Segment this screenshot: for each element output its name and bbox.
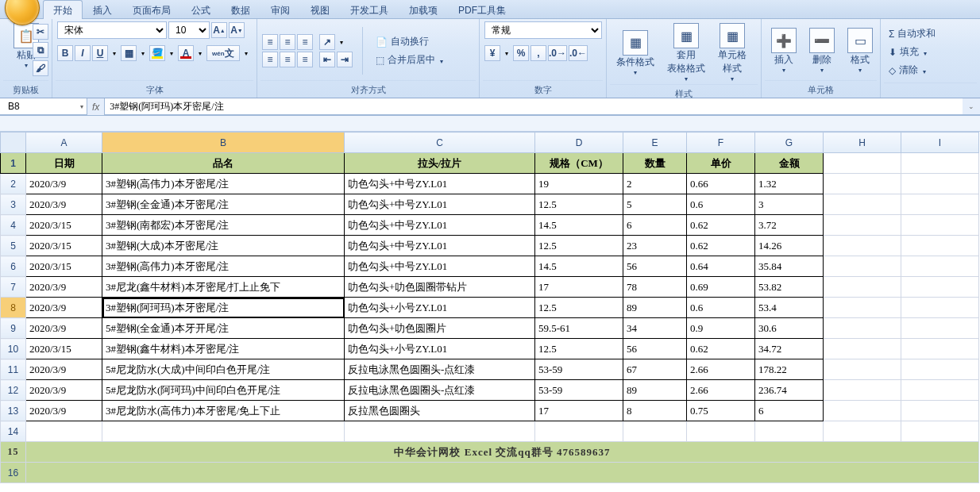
empty-cell[interactable] [345,421,535,442]
data-cell[interactable]: 2020/3/15 [26,339,102,359]
shrink-font-button[interactable]: A▼ [229,22,245,38]
currency-button[interactable]: ¥ [484,45,500,61]
row-header[interactable]: 6 [1,256,26,277]
fx-icon[interactable]: fx [92,102,99,113]
data-cell[interactable] [824,298,901,318]
data-cell[interactable]: 反拉黑色圆圈头 [345,401,535,421]
column-header-f[interactable]: F [687,133,755,153]
row-header[interactable]: 13 [1,401,26,421]
data-cell[interactable]: 3#塑钢(鑫牛材料)本牙密尾/注 [102,339,345,359]
formula-bar[interactable]: 3#塑钢(阿珂玛)本牙密尾/注 [104,98,963,115]
data-cell[interactable]: 3#塑钢(阿珂玛)本牙密尾/注 [102,298,345,318]
data-cell[interactable] [824,194,901,215]
data-cell[interactable]: 12.5 [535,194,623,215]
data-cell[interactable]: 2 [623,174,687,194]
row-header[interactable]: 9 [1,318,26,339]
data-cell[interactable]: 叻色勾头+叻色圆圈片 [345,318,535,339]
italic-button[interactable]: I [75,45,91,61]
autosum-button[interactable]: Σ 自动求和 [885,25,939,42]
data-cell[interactable]: 89 [623,298,687,318]
font-name-select[interactable]: 宋体 [57,21,167,39]
format-painter-button[interactable]: 🖌 [33,60,48,76]
tab-page-layout[interactable]: 页面布局 [122,0,181,18]
data-cell[interactable]: 2.66 [687,380,755,401]
wrap-text-button[interactable]: 📄 自动换行 [372,33,446,50]
chevron-down-icon[interactable]: ▾ [337,39,346,46]
data-cell[interactable]: 3#塑钢(全金通)本牙密尾/注 [102,194,345,215]
empty-cell[interactable] [824,421,901,442]
data-cell[interactable]: 35.84 [755,256,824,277]
header-cell[interactable]: 数量 [623,153,687,174]
data-cell[interactable] [824,174,901,194]
data-cell[interactable] [901,359,979,380]
tab-addins[interactable]: 加载项 [399,0,448,18]
data-cell[interactable]: 0.6 [687,194,755,215]
data-cell[interactable]: 2020/3/9 [26,401,102,421]
data-cell[interactable]: 反拉电泳黑色圆圈头-点红漆 [345,359,535,380]
data-cell[interactable] [901,174,979,194]
data-cell[interactable]: 67 [623,359,687,380]
data-cell[interactable]: 17 [535,401,623,421]
data-cell[interactable]: 2020/3/9 [26,277,102,298]
data-cell[interactable]: 53-59 [535,380,623,401]
data-cell[interactable]: 89 [623,380,687,401]
column-header-a[interactable]: A [26,133,102,153]
cut-button[interactable]: ✂ [33,24,48,40]
row-header[interactable]: 16 [1,463,26,483]
data-cell[interactable]: 12.5 [535,339,623,359]
format-as-table-button[interactable]: ▦ 套用 表格格式 ▾ [662,21,710,84]
fill-button[interactable]: ⬇ 填充 [885,44,939,60]
data-cell[interactable]: 5#尼龙防水(大成)中间印白色开尾/注 [102,359,345,380]
data-cell[interactable]: 2020/3/9 [26,318,102,339]
data-cell[interactable]: 3#塑钢(南都宏)本牙密尾/注 [102,215,345,236]
data-cell[interactable]: 17 [535,277,623,298]
tab-review[interactable]: 审阅 [260,0,300,18]
comma-button[interactable]: , [531,45,546,61]
data-cell[interactable]: 0.66 [687,174,755,194]
data-cell[interactable]: 2020/3/15 [26,215,102,236]
data-cell[interactable]: 78 [623,277,687,298]
align-right-button[interactable]: ≡ [297,52,313,67]
data-cell[interactable]: 叻色勾头+小号ZY.L01 [345,339,535,359]
decrease-indent-button[interactable]: ⇤ [319,52,335,67]
data-cell[interactable]: 3#塑钢(高伟力)本牙密尾/注 [102,174,345,194]
bold-button[interactable]: B [57,45,73,61]
banner-cell[interactable]: 中华会计网校 Excel 交流qq群号 476589637 [26,442,979,463]
data-cell[interactable]: 59.5-61 [535,318,623,339]
expand-formula-bar-button[interactable]: ⌄ [963,98,980,115]
percent-button[interactable]: % [513,45,529,61]
data-cell[interactable]: 3 [755,194,824,215]
data-cell[interactable] [901,380,979,401]
phonetic-button[interactable]: wén文 [206,45,240,61]
data-cell[interactable]: 34 [623,318,687,339]
data-cell[interactable]: 2020/3/15 [26,236,102,256]
data-cell[interactable]: 236.74 [755,380,824,401]
decrease-decimal-button[interactable]: .0← [569,45,588,61]
align-center-button[interactable]: ≡ [280,52,295,67]
data-cell[interactable] [901,277,979,298]
data-cell[interactable]: 2020/3/9 [26,194,102,215]
data-cell[interactable]: 14.5 [535,256,623,277]
data-cell[interactable] [901,194,979,215]
increase-indent-button[interactable]: ⇥ [337,52,353,67]
clear-button[interactable]: ◇ 清除 [885,62,939,79]
empty-cell[interactable] [901,421,979,442]
data-cell[interactable]: 3.72 [755,215,824,236]
data-cell[interactable]: 2020/3/15 [26,256,102,277]
column-header-h[interactable]: H [824,133,901,153]
tab-pdftools[interactable]: PDF工具集 [448,0,516,18]
tab-insert[interactable]: 插入 [83,0,122,18]
data-cell[interactable] [901,256,979,277]
chevron-down-icon[interactable]: ▾ [167,50,176,57]
data-cell[interactable]: 3#塑钢(大成)本牙密尾/注 [102,236,345,256]
delete-cells-button[interactable]: ➖ 删除 ▾ [804,26,839,75]
data-cell[interactable]: 叻色勾头+中号ZY.L01 [345,256,535,277]
data-cell[interactable]: 2.66 [687,359,755,380]
data-cell[interactable]: 56 [623,256,687,277]
align-left-button[interactable]: ≡ [262,52,278,67]
chevron-down-icon[interactable]: ▾ [80,103,83,110]
row-header[interactable]: 14 [1,421,26,442]
cell-styles-button[interactable]: ▦ 单元格 样式 ▾ [713,21,751,84]
data-cell[interactable]: 3#尼龙防水(高伟力)本牙密尾/免上下止 [102,401,345,421]
chevron-down-icon[interactable]: ▾ [195,50,205,57]
